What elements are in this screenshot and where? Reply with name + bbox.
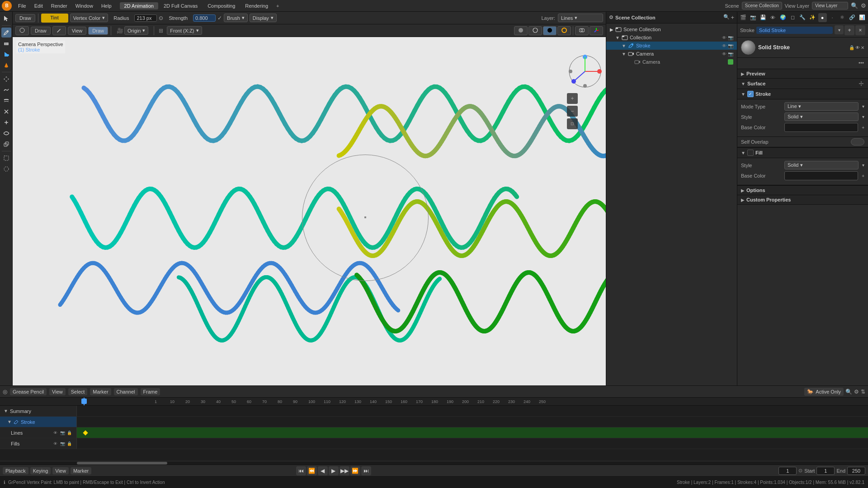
overlay-toggle[interactable] xyxy=(575,26,589,35)
tool-box-select[interactable] xyxy=(1,153,11,163)
mat-add-btn[interactable]: + xyxy=(844,25,854,35)
tool-pinch[interactable] xyxy=(1,107,11,117)
props-tab-scene[interactable]: 🎬 xyxy=(739,13,748,22)
lines-lock-icon[interactable]: 🔒 xyxy=(67,431,73,435)
menu-window[interactable]: Window xyxy=(72,2,97,9)
fills-track-label[interactable]: Fills 👁 📷 🔒 xyxy=(0,438,77,449)
play-btn[interactable]: ▶ xyxy=(329,466,339,475)
fills-eye-icon[interactable]: 👁 xyxy=(53,441,59,446)
stroke-track-content[interactable] xyxy=(77,417,868,427)
props-tab-material[interactable]: ● xyxy=(818,13,827,22)
tl-select-btn[interactable]: Select xyxy=(68,388,88,395)
tool-circle-select[interactable] xyxy=(1,164,11,174)
prev-frame-btn[interactable]: ◀ xyxy=(318,466,328,475)
menu-help[interactable]: Help xyxy=(98,2,115,9)
tab-2d-animation[interactable]: 2D Animation xyxy=(120,2,158,9)
search-icon[interactable]: 🔍 xyxy=(851,2,858,9)
zoom-fit-btn[interactable]: ⊡ xyxy=(567,118,578,129)
lines-track-content[interactable] xyxy=(77,427,868,438)
tool-draw[interactable] xyxy=(1,28,11,38)
stroke-render[interactable]: 📷 xyxy=(728,43,733,48)
props-tab-particles[interactable]: · xyxy=(828,13,837,22)
collection-render[interactable]: 📷 xyxy=(728,35,733,40)
playback-btn[interactable]: Playback xyxy=(3,467,28,474)
tool-smooth[interactable] xyxy=(1,85,11,95)
tool-push[interactable] xyxy=(1,117,11,127)
layer-dropdown[interactable]: Lines▾ xyxy=(558,14,603,22)
tl-search-icon[interactable]: 🔍 xyxy=(845,389,852,395)
fills-track-content[interactable] xyxy=(77,438,868,449)
mode-dropdown[interactable]: Draw xyxy=(15,14,35,22)
cam-eye[interactable]: 👁 xyxy=(722,52,726,56)
tree-item-camera-group[interactable]: ▼ Camera 👁 📷 xyxy=(606,50,737,58)
fill-style-dropdown[interactable]: Solid ▾ xyxy=(784,161,859,169)
fill-header[interactable]: ▼ Fill xyxy=(737,148,868,158)
start-frame-input[interactable]: 1 xyxy=(816,467,835,475)
options-section-header[interactable]: ▶ Options xyxy=(737,186,868,195)
pb-view-btn[interactable]: View xyxy=(52,467,69,474)
jump-end-btn[interactable]: ⏭ xyxy=(361,466,371,475)
tl-frame-btn[interactable]: Frame xyxy=(141,388,160,395)
stroke-track-label[interactable]: ▼ Stroke xyxy=(0,417,77,427)
tab-2d-full-canvas[interactable]: 2D Full Canvas xyxy=(159,2,202,9)
fill-style-extra[interactable]: ▾ xyxy=(862,163,864,168)
props-tab-object[interactable]: ◻ xyxy=(788,13,797,22)
style-dropdown[interactable]: Solid ▾ xyxy=(784,113,859,121)
gizmo-toggle[interactable] xyxy=(590,26,603,35)
menu-render[interactable]: Render xyxy=(47,2,71,9)
lines-eye-icon[interactable]: 👁 xyxy=(53,431,59,435)
style-extra[interactable]: ▾ xyxy=(862,114,864,119)
lines-track-label[interactable]: Lines 👁 📷 🔒 xyxy=(0,427,77,438)
preview-section-header[interactable]: ▶ Preview xyxy=(737,69,868,79)
view-front-dropdown[interactable]: Front (X:Z)▾ xyxy=(167,26,202,35)
props-tab-output[interactable]: 💾 xyxy=(759,13,768,22)
surface-section-header[interactable]: ▼ Surface xyxy=(737,79,868,89)
tool-twist[interactable] xyxy=(1,128,11,138)
scene-dropdown[interactable]: Scene Collection xyxy=(742,2,782,9)
active-only-btn[interactable]: 🐎 Active Only xyxy=(804,388,844,396)
stroke-enabled-checkbox[interactable]: ✓ xyxy=(747,91,754,97)
tree-item-camera-obj[interactable]: ▼ Camera xyxy=(606,58,737,66)
next-frame-btn[interactable]: ▶▶ xyxy=(340,466,349,475)
mat-extra-options-btn[interactable] xyxy=(858,60,864,67)
mode-type-extra[interactable]: ▾ xyxy=(862,104,864,109)
props-tab-physics[interactable]: ⚛ xyxy=(838,13,846,22)
zoom-in-btn[interactable]: + xyxy=(567,93,578,104)
filter-icon[interactable]: ⚙ xyxy=(861,2,866,9)
fills-render-icon[interactable]: 📷 xyxy=(60,441,66,446)
tree-item-stroke[interactable]: ▼ Stroke 👁 📷 xyxy=(606,42,737,50)
tool-fill[interactable] xyxy=(1,49,11,59)
current-frame-input[interactable]: 1 xyxy=(778,467,797,475)
props-tab-constraints[interactable]: 🔗 xyxy=(848,13,856,22)
fill-enabled-checkbox[interactable] xyxy=(747,150,754,156)
tool-clone[interactable] xyxy=(1,139,11,149)
props-tab-data[interactable]: 📊 xyxy=(858,13,866,22)
fill-color-extra[interactable]: + xyxy=(862,174,864,178)
props-tab-render[interactable]: 📷 xyxy=(749,13,758,22)
viewport-shading-solid[interactable] xyxy=(514,26,528,35)
props-tab-shader[interactable]: ✨ xyxy=(808,13,817,22)
base-color-picker[interactable] xyxy=(784,123,858,132)
stroke-header[interactable]: ▼ ✓ Stroke xyxy=(737,89,868,99)
drawing-canvas[interactable] xyxy=(13,37,606,385)
tool-cursor[interactable] xyxy=(1,14,11,23)
stroke-eye[interactable]: 👁 xyxy=(722,43,726,48)
brush-dropdown[interactable]: Brush▾ xyxy=(224,14,248,22)
draw-mode-btn[interactable] xyxy=(15,26,29,35)
viewport-shading-material[interactable] xyxy=(543,26,557,35)
cam-render[interactable]: 📷 xyxy=(728,52,733,56)
mat-remove-btn[interactable]: × xyxy=(855,25,865,35)
draw-btn[interactable]: Draw xyxy=(31,27,51,35)
timeline-scroll-thumb[interactable] xyxy=(77,462,167,465)
viewport-shading-wire[interactable] xyxy=(528,26,542,35)
end-frame-input[interactable]: 250 xyxy=(847,467,865,475)
prev-keyframe-btn[interactable]: ⏪ xyxy=(307,466,317,475)
radius-input[interactable]: 213 px xyxy=(134,14,157,22)
tl-filter-icon[interactable]: ⚙ xyxy=(854,389,859,395)
tool-erase[interactable] xyxy=(1,38,11,48)
zoom-out-btn[interactable]: − xyxy=(567,106,578,117)
menu-file[interactable]: File xyxy=(14,2,30,9)
origin-dropdown[interactable]: Origin▾ xyxy=(124,26,148,35)
mat-fake-user-icon[interactable]: 🔒 xyxy=(849,45,854,50)
tl-grease-pencil-btn[interactable]: Grease Pencil xyxy=(10,388,47,395)
